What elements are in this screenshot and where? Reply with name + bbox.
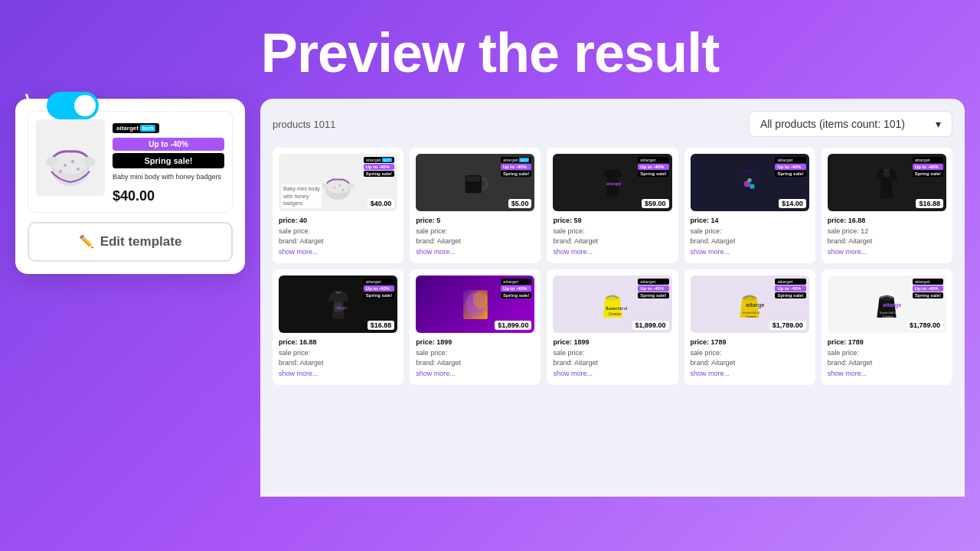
svg-point-17 [750, 184, 755, 189]
card-overlay: aitarget Up to -40% Spring sale! [913, 279, 943, 298]
card-price: price: 5 [416, 216, 534, 227]
card-sale: Spring sale! [638, 171, 668, 177]
card-sale: Spring sale! [775, 171, 805, 177]
toggle-area: Template preview [31, 92, 215, 119]
card-details: price: 16.88 sale price: brand: Aitarget… [279, 337, 397, 379]
header: Preview the result Template preview [0, 0, 980, 99]
card-sale-price: sale price: [553, 348, 671, 359]
svg-text:Bucket full of: Bucket full of [743, 311, 760, 315]
products-count-title: products 1011 [273, 119, 335, 130]
card-sale-price: sale price: [691, 348, 809, 359]
svg-point-3 [64, 164, 67, 167]
product-card-image: aitargettech Up to -40% Spring sale! Bab… [279, 154, 397, 211]
svg-point-5 [77, 168, 80, 171]
toggle-label: Template preview [108, 98, 215, 114]
card-price-overlay: $1,899.00 [632, 321, 669, 330]
svg-text:aitarget: aitarget [746, 302, 764, 308]
card-overlay: aitarget Up to -40% Spring sale! [913, 157, 943, 177]
card-discount: Up to -40% [913, 285, 943, 292]
card-brand: aitarget [638, 279, 668, 285]
card-details: price: 1789 sale price: brand: Aitarget … [828, 337, 946, 379]
toggle-switch[interactable] [47, 92, 99, 119]
card-sale-price: sale price: [416, 348, 534, 359]
card-price-overlay: $16.88 [916, 199, 943, 208]
template-card: aitarget tech Up to -40% Spring sale! Ba… [15, 99, 245, 274]
card-price: price: 40 [279, 216, 397, 227]
card-sale-price: sale price: [553, 227, 671, 237]
dropdown-label: All products (items count: 101) [760, 118, 905, 130]
card-brand-label: brand: Aitarget [553, 358, 671, 369]
card-price-overlay: $1,899.00 [495, 321, 531, 330]
card-sale-price: sale price: [279, 348, 397, 359]
list-item: aitargettech Up to -40% Spring sale! Bab… [273, 148, 403, 263]
svg-point-6 [59, 170, 62, 173]
main-layout: aitarget tech Up to -40% Spring sale! Ba… [0, 99, 980, 497]
toggle-line-2 [31, 107, 37, 118]
svg-point-18 [748, 178, 752, 182]
product-grid: aitargettech Up to -40% Spring sale! Bab… [273, 148, 952, 385]
show-more-link[interactable]: show more... [691, 248, 730, 256]
show-more-link[interactable]: show more... [828, 370, 867, 377]
sale-badge: Spring sale! [113, 153, 224, 168]
product-card-image: aitargettech Up to -40% Spring sale! $5.… [416, 154, 534, 211]
show-more-link[interactable]: show more... [279, 248, 318, 256]
card-price: price: 1899 [416, 337, 534, 348]
list-item: aitarget Up to -40% Spring sale! $16.88 … [822, 148, 952, 263]
card-sale-price: sale price: [279, 227, 397, 237]
card-price: price: 1899 [553, 337, 671, 348]
card-mini-info: Baby mini bodywith honeybadgers [282, 184, 322, 208]
card-overlay: aitarget Up to -40% Spring sale! [364, 279, 394, 298]
svg-point-24 [473, 291, 488, 308]
card-details: price: 1899 sale price: brand: Aitarget … [553, 337, 671, 379]
product-card-image: aitarget Up to -40% Spring sale! $16.88 [828, 154, 946, 211]
template-product-image [36, 119, 105, 196]
card-brand-label: brand: Aitarget [416, 358, 534, 369]
edit-template-button[interactable]: ✏️ Edit template [28, 222, 233, 262]
card-sale-price: sale price: [828, 348, 946, 359]
card-overlay: aitarget Up to -40% Spring sale! [638, 279, 668, 298]
card-brand: aitarget [775, 279, 805, 285]
toggle-lines-decoration [31, 93, 34, 118]
card-brand: aitarget [913, 279, 943, 285]
show-more-link[interactable]: show more... [416, 370, 456, 377]
show-more-link[interactable]: show more... [416, 248, 456, 256]
card-price: price: 16.88 [279, 337, 397, 348]
card-brand: aitarget [501, 279, 531, 285]
card-sale-price: sale price: 12 [828, 227, 946, 237]
list-item: aitarget Bucket full of Creation aitarge… [822, 269, 952, 385]
card-overlay: aitarget Up to -40% Spring sale! [775, 279, 805, 298]
list-item: Bucket full of Creation aitarget Up to -… [547, 269, 678, 385]
product-card-image: aitarget Up to -40% Spring sale! $1,899.… [416, 276, 534, 333]
list-item: aitarget Up to -40% Spring sale! $14.00 … [684, 148, 815, 263]
products-dropdown[interactable]: All products (items count: 101) ▾ [749, 111, 952, 137]
card-discount: Up to -40% [775, 285, 805, 292]
card-discount: Up to -40% [364, 164, 394, 170]
list-item: aitarget aitarget Up to -40% Spring sale… [547, 148, 678, 263]
card-overlay: aitarget Up to -40% Spring sale! [501, 279, 531, 298]
template-product-price: $40.00 [113, 188, 224, 204]
card-price: price: 16.88 [828, 216, 946, 227]
show-more-link[interactable]: show more... [279, 370, 318, 377]
show-more-link[interactable]: show more... [553, 248, 593, 256]
card-price-overlay: $16.88 [368, 321, 395, 330]
card-discount: Up to -40% [913, 164, 943, 170]
card-price-overlay: $40.00 [368, 199, 395, 208]
list-item: aitarget Up to -40% Spring sale! $1,899.… [410, 269, 541, 385]
svg-text:Creation: Creation [883, 315, 893, 318]
show-more-link[interactable]: show more... [828, 248, 867, 256]
svg-text:Creation: Creation [746, 315, 756, 318]
card-discount: Up to -40% [638, 164, 668, 170]
product-card-image: aitarget Up to -40% Spring sale! $14.00 [691, 154, 809, 211]
show-more-link[interactable]: show more... [691, 370, 730, 377]
svg-point-4 [71, 160, 74, 163]
card-sale: Spring sale! [501, 292, 531, 298]
list-item: aitargettech Up to -40% Spring sale! $5.… [410, 148, 541, 263]
card-discount: Up to -40% [501, 164, 531, 170]
product-panel: products 1011 All products (items count:… [260, 99, 965, 497]
template-panel: aitarget tech Up to -40% Spring sale! Ba… [15, 99, 245, 497]
svg-point-12 [342, 189, 345, 191]
card-price-overlay: $5.00 [508, 199, 532, 208]
card-sale: Spring sale! [364, 171, 394, 177]
show-more-link[interactable]: show more... [553, 370, 593, 377]
card-discount: Up to -40% [364, 285, 394, 292]
